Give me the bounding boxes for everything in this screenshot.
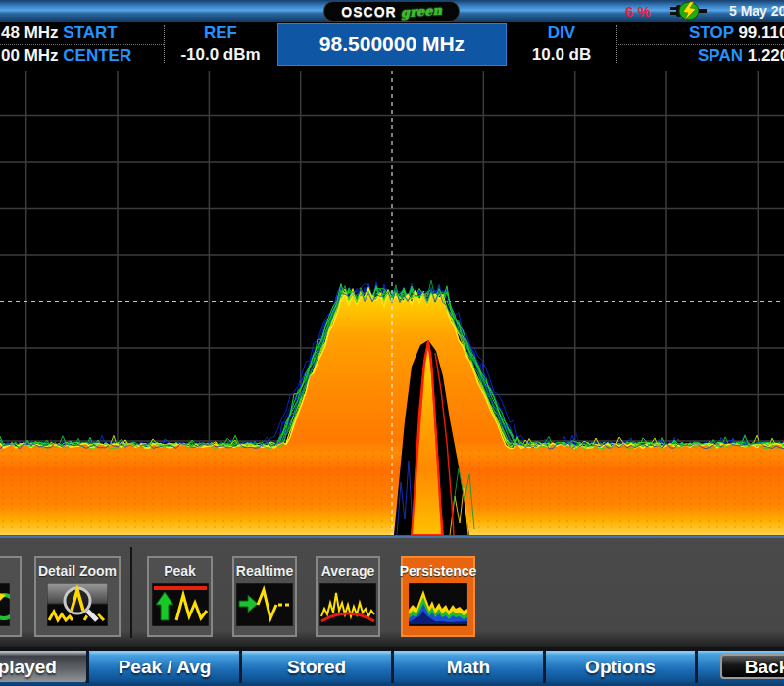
realtime-trace-icon bbox=[236, 583, 293, 626]
tab-separator bbox=[86, 651, 89, 683]
average-button[interactable]: Average bbox=[316, 556, 380, 637]
tab-math[interactable]: Math bbox=[394, 652, 543, 682]
peak-trace-icon bbox=[152, 583, 209, 626]
tab-options[interactable]: Options bbox=[546, 652, 695, 682]
partial-left-button[interactable]: s bbox=[0, 556, 22, 637]
realtime-button[interactable]: Realtime bbox=[232, 556, 297, 637]
tab-displayed[interactable]: Displayed bbox=[0, 652, 86, 682]
sweep-icon bbox=[0, 583, 10, 626]
trace-toolbar: s Detail Zoom Peak bbox=[0, 538, 784, 651]
tab-stored[interactable]: Stored bbox=[242, 652, 391, 682]
tab-peak-avg[interactable]: Peak / Avg bbox=[90, 652, 239, 682]
persistence-button[interactable]: Persistence bbox=[401, 556, 475, 637]
persistence-trace-icon bbox=[409, 583, 467, 626]
tab-strip: Displayed Peak / Avg Stored Math Options… bbox=[0, 651, 784, 686]
back-button[interactable]: Back bbox=[720, 654, 784, 679]
toolbar-separator bbox=[130, 547, 132, 638]
tab-separator bbox=[695, 651, 698, 683]
peak-button[interactable]: Peak bbox=[147, 556, 213, 637]
detail-zoom-button[interactable]: Detail Zoom bbox=[34, 556, 121, 637]
bottom-tab-bar: Displayed Peak / Avg Stored Math Options… bbox=[0, 647, 784, 686]
detail-zoom-icon bbox=[47, 583, 108, 626]
spectrum-plot[interactable] bbox=[0, 0, 784, 549]
average-trace-icon bbox=[319, 583, 376, 626]
